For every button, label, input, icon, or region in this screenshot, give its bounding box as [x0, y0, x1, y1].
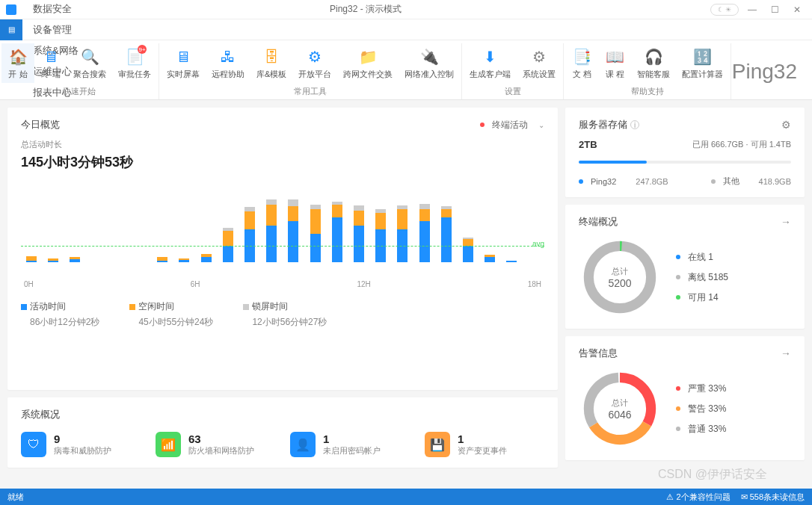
bar-6	[155, 257, 170, 262]
ribbon-gen-client[interactable]: ⬇生成客户端	[464, 43, 517, 83]
chevron-down-icon: ⌄	[538, 121, 544, 129]
ribbon-group-label: 快速开始	[63, 84, 96, 99]
approval-icon: 📄9+	[124, 46, 145, 67]
axis-tick: 18H	[528, 280, 541, 288]
nac-icon: 🔌	[419, 46, 440, 67]
bar-21	[482, 255, 497, 262]
arrow-right-icon[interactable]: →	[781, 216, 791, 228]
menu-item-3[interactable]: 数据安全	[22, 0, 89, 19]
legend-item: 锁屏时间12小时56分钟27秒	[243, 300, 327, 329]
alerts-donut: 总计6046	[579, 368, 661, 450]
menu-item-4[interactable]: 设备管理	[22, 19, 89, 40]
sys-item[interactable]: 💾1资产变更事件	[425, 432, 544, 457]
overview-filter-dropdown[interactable]: 终端活动 ⌄	[480, 119, 544, 131]
bar-0	[24, 256, 39, 262]
sys-label: 防火墙和网络防护	[188, 445, 254, 456]
ribbon-label: 生成客户端	[470, 69, 511, 80]
titlebar: Ping32 - 演示模式 ☾ ☀ — ☐ ✕	[0, 0, 812, 19]
badge: 9+	[138, 45, 147, 54]
ribbon-search[interactable]: 🔍聚合搜索	[67, 43, 112, 83]
ribbon-cross-file[interactable]: 📁跨网文件交换	[337, 43, 399, 83]
ribbon-calculator[interactable]: 🔢配置计算器	[676, 43, 729, 83]
file-menu-icon[interactable]: ▤	[0, 19, 22, 40]
bar-8	[199, 254, 214, 262]
terminal-center-value: 5200	[608, 277, 631, 289]
sys-num: 1	[458, 433, 507, 445]
ribbon-label: 网络准入控制	[405, 69, 454, 80]
ribbon-label: 远程协助	[212, 69, 244, 80]
overview-title: 今日概览	[21, 118, 60, 131]
info-icon[interactable]: i	[630, 120, 639, 129]
alerts-legend-item: 普通 33%	[676, 423, 726, 436]
sys-item[interactable]: 👤1未启用密码帐户	[290, 432, 410, 457]
sys-settings-icon: ⚙	[529, 46, 550, 67]
cross-file-icon: 📁	[357, 46, 378, 67]
close-button[interactable]: ✕	[788, 2, 806, 17]
app-logo-icon	[6, 4, 16, 15]
ribbon-label: 开放平台	[298, 69, 331, 80]
ribbon-sys-settings[interactable]: ⚙系统设置	[517, 43, 562, 83]
ribbon-label: 智能客服	[637, 69, 670, 80]
bar-11	[264, 199, 279, 262]
ribbon-terminal[interactable]: 🖥终 端	[34, 43, 67, 83]
minimize-button[interactable]: —	[743, 2, 761, 17]
maximize-button[interactable]: ☐	[766, 2, 784, 17]
alerts-legend-item: 严重 33%	[676, 382, 726, 395]
terminal-legend-item: 在线 1	[676, 251, 728, 264]
sys-num: 63	[188, 433, 254, 445]
bar-14	[330, 202, 345, 262]
ribbon-support[interactable]: 🎧智能客服	[631, 43, 676, 83]
alerts-center-label: 总计	[612, 397, 628, 409]
gear-icon[interactable]: ⚙	[781, 119, 791, 131]
lib-template-icon: 🗄	[261, 46, 282, 67]
ribbon-nac[interactable]: 🔌网络准入控制	[399, 43, 460, 83]
status-compat[interactable]: ⚠ 2个兼容性问题	[666, 492, 730, 503]
sys-item[interactable]: 📶63防火墙和网络防护	[156, 432, 275, 457]
ribbon-group-label: 常用工具	[294, 84, 327, 99]
ribbon-label: 配置计算器	[682, 69, 723, 80]
terminal-legend-item: 离线 5185	[676, 271, 728, 284]
ribbon-remote-assist[interactable]: 🖧远程协助	[206, 43, 250, 83]
ribbon-home[interactable]: 🏠开 始	[1, 43, 34, 83]
remote-assist-icon: 🖧	[218, 46, 239, 67]
sys-icon: 💾	[425, 432, 450, 457]
search-icon: 🔍	[79, 46, 100, 67]
ribbon-approval[interactable]: 📄9+审批任务	[112, 43, 157, 83]
terminal-legend-item: 可用 14	[676, 291, 728, 304]
theme-toggle[interactable]: ☾ ☀	[710, 4, 739, 16]
status-left: 就绪	[7, 492, 24, 503]
bar-19	[439, 206, 454, 262]
ribbon-label: 实时屏幕	[167, 69, 200, 80]
status-unread[interactable]: ✉ 558条未读信息	[741, 492, 805, 503]
ribbon-docs[interactable]: 📑文 档	[565, 43, 598, 83]
ribbon-courses[interactable]: 📖课 程	[598, 43, 631, 83]
terminal-title: 终端概况	[579, 215, 618, 229]
alerts-card: 告警信息 → 总计6046 严重 33%警告 33%普通 33%	[565, 336, 805, 460]
total-activity-label: 总活动时长	[21, 139, 544, 150]
support-icon: 🎧	[643, 46, 664, 67]
ribbon-label: 跨网文件交换	[343, 69, 393, 80]
sys-icon: 🛡	[21, 432, 46, 457]
storage-free-label: 可用 1.4TB	[751, 140, 791, 149]
ribbon-label: 审批任务	[118, 69, 151, 80]
system-card: 系统概况 🛡9病毒和威胁防护📶63防火墙和网络防护👤1未启用密码帐户💾1资产变更…	[7, 397, 558, 468]
alerts-title: 告警信息	[579, 347, 618, 360]
bar-15	[351, 205, 366, 262]
ribbon-label: 聚合搜索	[73, 69, 106, 80]
home-icon: 🏠	[7, 46, 28, 67]
ribbon-lib-template[interactable]: 🗄库&模板	[250, 43, 292, 83]
total-activity-value: 145小时3分钟53秒	[21, 153, 544, 171]
terminal-icon: 🖥	[40, 46, 61, 67]
ribbon-label: 库&模板	[256, 69, 286, 80]
ribbon-label: 课 程	[606, 69, 624, 80]
arrow-right-icon[interactable]: →	[781, 347, 791, 359]
avg-label: avg	[532, 240, 544, 248]
bar-10	[242, 207, 257, 262]
ribbon-open-platform[interactable]: ⚙开放平台	[292, 43, 337, 83]
sys-item[interactable]: 🛡9病毒和威胁防护	[21, 432, 141, 457]
sys-num: 9	[54, 433, 111, 445]
docs-icon: 📑	[571, 46, 592, 67]
overview-filter-label: 终端活动	[492, 119, 528, 131]
statusbar: 就绪 ⚠ 2个兼容性问题 ✉ 558条未读信息	[0, 489, 812, 505]
ribbon-realtime-screen[interactable]: 🖥实时屏幕	[161, 43, 206, 83]
